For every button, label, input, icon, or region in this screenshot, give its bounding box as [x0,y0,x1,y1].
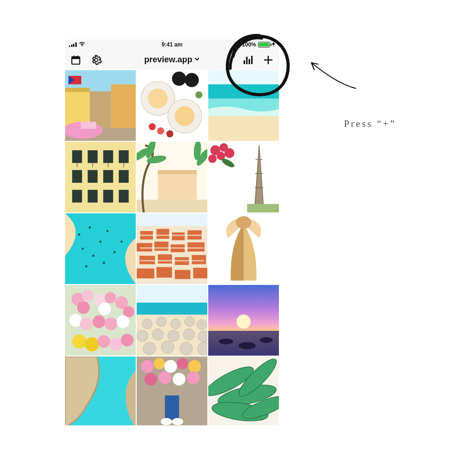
svg-rect-101 [140,235,204,236]
svg-point-26 [149,123,156,130]
svg-point-133 [137,330,148,341]
svg-rect-43 [72,190,82,202]
status-bar: 9:41 am 100% [65,40,279,50]
svg-rect-39 [72,170,82,183]
plus-icon[interactable] [262,54,274,66]
grid-tile[interactable] [208,285,279,356]
svg-point-111 [105,292,116,303]
svg-point-108 [82,290,93,301]
svg-point-136 [183,329,194,340]
grid-tile[interactable] [65,70,136,141]
svg-rect-102 [140,247,204,249]
svg-point-120 [72,334,86,348]
svg-point-129 [157,317,166,326]
svg-point-81 [120,241,123,243]
svg-point-117 [93,315,105,328]
svg-point-130 [171,319,180,329]
svg-rect-96 [192,255,206,264]
svg-point-121 [85,337,99,351]
svg-point-132 [197,319,206,329]
battery-icon [258,42,270,47]
svg-rect-86 [157,229,169,238]
svg-rect-5 [244,60,245,64]
svg-point-118 [105,317,117,330]
svg-point-145 [219,339,233,344]
grid-tile[interactable] [65,357,136,425]
svg-rect-2 [72,57,80,59]
svg-rect-37 [103,150,113,163]
bars-icon[interactable] [242,54,254,66]
svg-point-160 [161,418,172,425]
svg-rect-65 [247,204,279,212]
svg-point-153 [177,358,188,369]
svg-rect-44 [88,190,98,202]
svg-rect-3 [73,55,74,57]
svg-point-25 [185,73,198,87]
svg-point-154 [188,360,201,373]
svg-point-122 [98,335,110,348]
svg-point-140 [180,342,192,355]
charging-icon [272,41,275,48]
grid-tile[interactable] [137,213,207,284]
grid-tile[interactable] [137,285,207,356]
svg-rect-33 [208,116,279,141]
svg-point-105 [236,216,251,229]
svg-point-77 [113,251,116,253]
grid-tile[interactable] [208,142,279,212]
status-left [69,41,86,48]
svg-point-116 [80,317,93,330]
svg-rect-36 [88,150,98,163]
grid-tile[interactable] [65,285,136,356]
svg-rect-97 [137,269,154,278]
svg-rect-35 [72,150,82,163]
svg-point-78 [93,255,95,257]
svg-rect-87 [172,232,185,240]
svg-rect-99 [175,270,190,279]
status-right: 100% [234,41,275,48]
svg-rect-40 [88,170,98,183]
account-name: preview.app [144,55,192,65]
svg-point-79 [103,262,105,264]
svg-point-155 [145,373,157,385]
svg-point-28 [166,130,173,137]
svg-point-134 [152,329,163,340]
grid-tile[interactable] [208,357,279,425]
grid-tile[interactable] [208,213,279,284]
svg-point-21 [148,89,168,109]
svg-rect-46 [119,190,129,202]
svg-point-23 [175,106,195,126]
grid-tile[interactable] [137,357,207,425]
svg-point-135 [168,330,179,341]
svg-point-70 [208,154,217,163]
svg-rect-54 [137,200,207,212]
svg-rect-6 [246,57,247,64]
svg-rect-52 [158,170,197,202]
svg-point-75 [99,241,102,243]
svg-point-24 [172,72,186,86]
svg-rect-72 [65,213,136,284]
svg-rect-41 [103,170,113,183]
grid-tile[interactable] [65,142,136,212]
grid-tile[interactable] [137,70,207,141]
gear-icon[interactable] [90,54,102,66]
app-navbar: preview.app [65,50,279,70]
calendar-icon[interactable] [70,54,82,66]
svg-rect-83 [137,213,207,227]
svg-point-147 [260,337,272,343]
svg-point-152 [164,360,177,373]
wifi-icon [79,41,86,48]
svg-rect-8 [251,56,252,64]
grid-tile[interactable] [65,213,136,284]
svg-point-119 [117,315,129,328]
grid-tile[interactable] [137,142,207,212]
feed-grid[interactable] [65,70,279,425]
svg-rect-98 [157,267,172,278]
svg-rect-12 [111,84,136,130]
grid-tile[interactable] [208,70,279,141]
annotation-caption: Press “+” [344,119,396,129]
svg-rect-16 [80,122,96,129]
chevron-down-icon [194,56,200,63]
account-dropdown[interactable]: preview.app [144,55,199,65]
svg-rect-100 [193,268,207,278]
svg-rect-103 [140,260,204,261]
